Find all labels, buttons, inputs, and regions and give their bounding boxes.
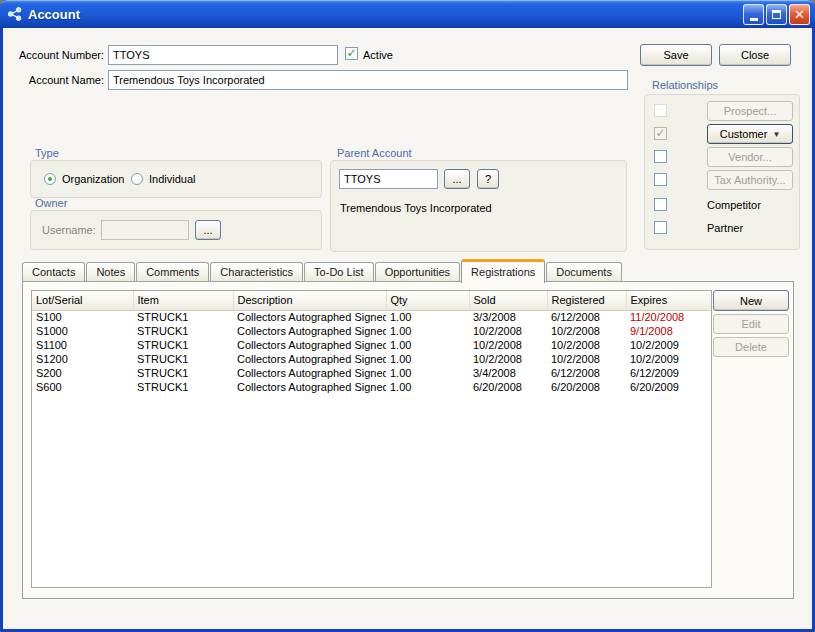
close-window-button[interactable]: ✕ (789, 4, 810, 25)
column-header-lot-serial[interactable]: Lot/Serial (32, 291, 133, 310)
active-checkbox[interactable]: ✓ (345, 47, 358, 60)
account-name-input[interactable] (108, 70, 628, 90)
column-header-expires[interactable]: Expires (626, 291, 712, 310)
cell-qty: 1.00 (386, 310, 469, 324)
partner-label: Partner (707, 222, 743, 234)
tax-authority-checkbox[interactable] (654, 173, 667, 186)
registration-row[interactable]: S200STRUCK1Collectors Autographed Signed… (32, 366, 712, 380)
parent-account-group: ... ? Tremendous Toys Incorporated (330, 160, 627, 252)
registration-row[interactable]: S1200STRUCK1Collectors Autographed Signe… (32, 352, 712, 366)
relationships-title: Relationships (652, 79, 718, 91)
tab-opportunities[interactable]: Opportunities (375, 262, 460, 282)
delete-button[interactable]: Delete (713, 337, 789, 357)
cell-lot-serial: S1000 (32, 324, 133, 338)
tab-documents[interactable]: Documents (546, 262, 622, 282)
customer-checkbox[interactable]: ✓ (654, 127, 667, 140)
tab-registrations[interactable]: Registrations (461, 259, 545, 283)
minimize-icon (750, 18, 758, 21)
cell-expires: 11/20/2008 (626, 310, 712, 324)
check-icon: ✓ (346, 47, 356, 59)
cell-registered: 6/12/2008 (547, 366, 626, 380)
tab-to-do-list[interactable]: To-Do List (304, 262, 374, 282)
minimize-button[interactable] (743, 4, 764, 25)
account-name-label: Account Name: (3, 74, 104, 86)
cell-sold: 10/2/2008 (469, 338, 547, 352)
registrations-header-row: Lot/SerialItemDescriptionQtySoldRegister… (32, 291, 712, 310)
check-icon: ✓ (655, 127, 665, 139)
edit-button[interactable]: Edit (713, 314, 789, 334)
client-area: Account Number: ✓ Active Save Close Acco… (3, 28, 812, 629)
cell-expires: 10/2/2009 (626, 352, 712, 366)
tab-contacts[interactable]: Contacts (22, 262, 85, 282)
cell-lot-serial: S600 (32, 380, 133, 394)
close-button[interactable]: Close (719, 44, 791, 66)
cell-expires: 6/20/2009 (626, 380, 712, 394)
individual-radio[interactable] (131, 173, 143, 185)
cell-lot-serial: S1100 (32, 338, 133, 352)
cell-lot-serial: S100 (32, 310, 133, 324)
vendor-button[interactable]: Vendor... (707, 147, 793, 167)
new-button[interactable]: New (713, 290, 789, 311)
chevron-down-icon: ▼ (772, 130, 780, 139)
titlebar: Account ✕ (0, 0, 815, 28)
active-label: Active (363, 49, 393, 61)
cell-expires: 9/1/2008 (626, 324, 712, 338)
account-number-input[interactable] (108, 45, 338, 65)
cell-qty: 1.00 (386, 324, 469, 338)
customer-dropdown-button[interactable]: Customer▼ (707, 124, 793, 144)
registration-row[interactable]: S100STRUCK1Collectors Autographed Signed… (32, 310, 712, 324)
column-header-description[interactable]: Description (233, 291, 386, 310)
maximize-button[interactable] (766, 4, 787, 25)
vendor-checkbox[interactable] (654, 150, 667, 163)
cell-item: STRUCK1 (133, 310, 233, 324)
tab-notes[interactable]: Notes (86, 262, 135, 282)
column-header-sold[interactable]: Sold (469, 291, 547, 310)
owner-group: Username: ... (30, 210, 322, 250)
cell-registered: 6/20/2008 (547, 380, 626, 394)
cell-item: STRUCK1 (133, 338, 233, 352)
registration-row[interactable]: S1100STRUCK1Collectors Autographed Signe… (32, 338, 712, 352)
column-header-qty[interactable]: Qty (386, 291, 469, 310)
competitor-checkbox[interactable] (654, 198, 667, 211)
cell-description: Collectors Autographed Signed (233, 366, 386, 380)
cell-sold: 10/2/2008 (469, 324, 547, 338)
cell-sold: 6/20/2008 (469, 380, 547, 394)
prospect-checkbox[interactable] (654, 104, 667, 117)
relationships-group: Prospect... ✓ Customer▼ Vendor... Tax Au… (644, 94, 800, 250)
cell-description: Collectors Autographed Signed (233, 338, 386, 352)
tab-characteristics[interactable]: Characteristics (210, 262, 303, 282)
tab-bar: ContactsNotesCommentsCharacteristicsTo-D… (22, 258, 623, 282)
cell-sold: 3/3/2008 (469, 310, 547, 324)
column-header-registered[interactable]: Registered (547, 291, 626, 310)
tax-authority-button[interactable]: Tax Authority... (707, 170, 793, 190)
window-title: Account (28, 7, 743, 22)
partner-checkbox[interactable] (654, 221, 667, 234)
account-app-icon (7, 6, 23, 22)
owner-browse-button[interactable]: ... (195, 220, 221, 240)
customer-label: Customer (720, 128, 768, 140)
parent-account-input[interactable] (339, 169, 438, 189)
organization-radio[interactable] (44, 173, 56, 185)
prospect-button[interactable]: Prospect... (707, 101, 793, 121)
column-header-item[interactable]: Item (133, 291, 233, 310)
registrations-grid: Lot/SerialItemDescriptionQtySoldRegister… (31, 290, 712, 588)
parent-account-resolved-name: Tremendous Toys Incorporated (340, 202, 492, 214)
registrations-tab-panel: Lot/SerialItemDescriptionQtySoldRegister… (22, 281, 794, 599)
parent-account-help-button[interactable]: ? (477, 169, 499, 189)
cell-description: Collectors Autographed Signed (233, 324, 386, 338)
cell-registered: 6/12/2008 (547, 310, 626, 324)
cell-description: Collectors Autographed Signed (233, 310, 386, 324)
tab-comments[interactable]: Comments (136, 262, 209, 282)
username-input[interactable] (101, 220, 189, 240)
cell-qty: 1.00 (386, 338, 469, 352)
cell-sold: 3/4/2008 (469, 366, 547, 380)
save-button[interactable]: Save (640, 44, 712, 66)
cell-qty: 1.00 (386, 352, 469, 366)
parent-account-browse-button[interactable]: ... (444, 169, 470, 189)
registration-row[interactable]: S600STRUCK1Collectors Autographed Signed… (32, 380, 712, 394)
cell-expires: 10/2/2009 (626, 338, 712, 352)
cell-item: STRUCK1 (133, 366, 233, 380)
cell-registered: 10/2/2008 (547, 338, 626, 352)
registration-row[interactable]: S1000STRUCK1Collectors Autographed Signe… (32, 324, 712, 338)
cell-sold: 10/2/2008 (469, 352, 547, 366)
